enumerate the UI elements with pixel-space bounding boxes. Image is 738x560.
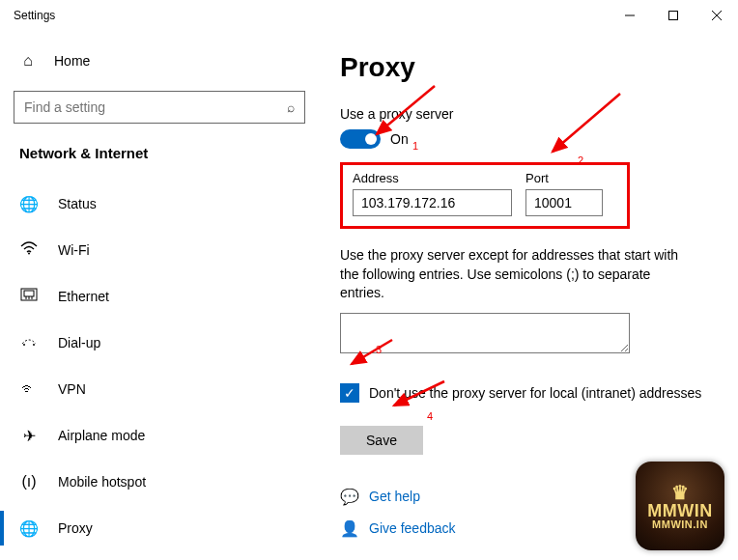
svg-rect-1	[668, 12, 677, 20]
sidebar-item-status[interactable]: 🌐 Status	[14, 181, 319, 227]
logo-line1: MMWIN	[647, 502, 712, 519]
toggle-state-label: On	[390, 131, 409, 147]
svg-rect-6	[24, 291, 34, 296]
search-icon: ⌕	[287, 99, 295, 115]
sidebar-item-vpn[interactable]: ᯤ VPN	[14, 366, 319, 412]
annotation-number-3: 3	[376, 344, 382, 355]
local-checkbox-label: Don't use the proxy server for local (in…	[369, 385, 701, 401]
sidebar-item-airplane[interactable]: ✈ Airplane mode	[14, 412, 319, 459]
watermark-logo: ♛ MMWIN MMWIN.IN	[636, 462, 724, 550]
feedback-icon: 👤	[340, 519, 357, 538]
address-label: Address	[353, 171, 512, 185]
except-description: Use the proxy server except for addresse…	[340, 246, 688, 303]
sidebar-item-label: VPN	[58, 381, 86, 397]
sidebar-item-label: Wi-Fi	[58, 242, 90, 258]
address-port-group: Address Port	[340, 162, 630, 229]
proxy-icon: 🌐	[19, 519, 39, 538]
wifi-icon	[19, 241, 39, 259]
titlebar: Settings	[0, 0, 738, 31]
sidebar-item-wifi[interactable]: Wi-Fi	[14, 227, 319, 273]
port-input[interactable]	[525, 189, 603, 216]
page-title: Proxy	[340, 52, 709, 83]
local-checkbox[interactable]: ✓	[340, 383, 359, 403]
window-controls	[608, 0, 738, 31]
sidebar-item-hotspot[interactable]: (ı) Mobile hotspot	[14, 459, 319, 505]
home-nav[interactable]: ⌂ Home	[14, 44, 319, 77]
sidebar-item-label: Airplane mode	[58, 428, 145, 443]
help-icon: 💬	[340, 488, 357, 506]
dialup-icon	[19, 334, 39, 351]
feedback-label: Give feedback	[369, 520, 456, 536]
globe-icon: 🌐	[19, 195, 39, 213]
vpn-icon: ᯤ	[19, 380, 39, 398]
save-button[interactable]: Save	[340, 426, 423, 455]
hotspot-icon: (ı)	[19, 473, 39, 490]
crown-icon: ♛	[671, 483, 690, 502]
sidebar-item-ethernet[interactable]: Ethernet	[14, 273, 319, 320]
search-input[interactable]	[24, 99, 287, 115]
sidebar-item-label: Status	[58, 196, 97, 211]
minimize-button[interactable]	[608, 0, 651, 31]
annotation-number-4: 4	[427, 410, 433, 422]
use-proxy-label: Use a proxy server	[340, 106, 709, 122]
proxy-toggle[interactable]	[340, 129, 381, 149]
close-button[interactable]	[695, 0, 738, 31]
except-input[interactable]	[340, 313, 630, 353]
annotation-number-2: 2	[578, 154, 583, 166]
svg-point-10	[23, 344, 25, 346]
port-label: Port	[525, 171, 603, 185]
annotation-number-1: 1	[412, 140, 418, 152]
help-label: Get help	[369, 489, 420, 504]
airplane-icon: ✈	[19, 427, 39, 445]
logo-line2: MMWIN.IN	[652, 519, 708, 530]
sidebar-item-dialup[interactable]: Dial-up	[14, 320, 319, 366]
svg-point-4	[28, 253, 30, 255]
home-label: Home	[54, 53, 90, 69]
search-box[interactable]: ⌕	[14, 91, 305, 124]
sidebar-item-label: Mobile hotspot	[58, 474, 146, 490]
svg-point-11	[33, 344, 35, 346]
address-input[interactable]	[353, 189, 512, 216]
sidebar-item-label: Proxy	[58, 520, 93, 536]
maximize-button[interactable]	[651, 0, 695, 31]
ethernet-icon	[19, 288, 39, 305]
sidebar-item-proxy[interactable]: 🌐 Proxy	[14, 505, 319, 551]
sidebar: ⌂ Home ⌕ Network & Internet 🌐 Status Wi-…	[0, 31, 319, 560]
sidebar-item-label: Dial-up	[58, 335, 100, 350]
section-header: Network & Internet	[14, 137, 319, 181]
home-icon: ⌂	[19, 52, 37, 70]
window-title: Settings	[14, 9, 55, 22]
sidebar-item-label: Ethernet	[58, 289, 109, 304]
